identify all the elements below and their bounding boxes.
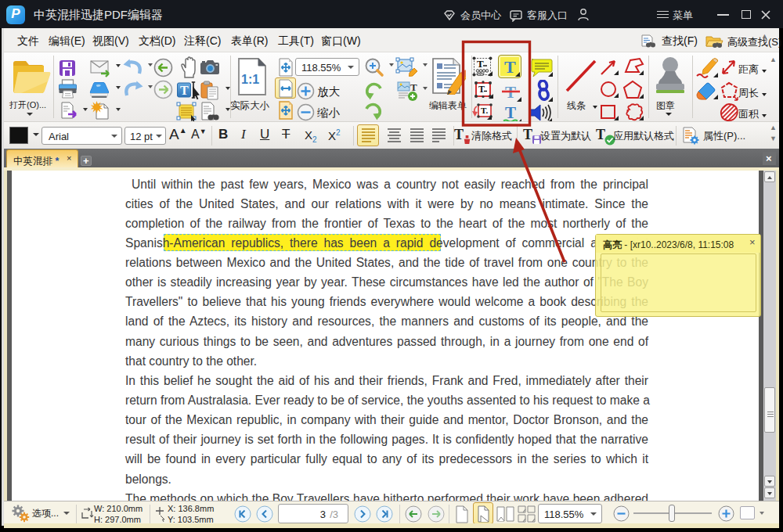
- svg-text:T: T: [504, 57, 516, 77]
- svg-text:T: T: [478, 84, 485, 95]
- svg-text:T: T: [505, 103, 516, 122]
- svg-text:T.: T.: [481, 106, 489, 115]
- svg-text:T: T: [180, 84, 189, 97]
- svg-text:1:1: 1:1: [241, 73, 259, 86]
- svg-text:T: T: [477, 58, 484, 70]
- svg-text:T: T: [410, 81, 417, 93]
